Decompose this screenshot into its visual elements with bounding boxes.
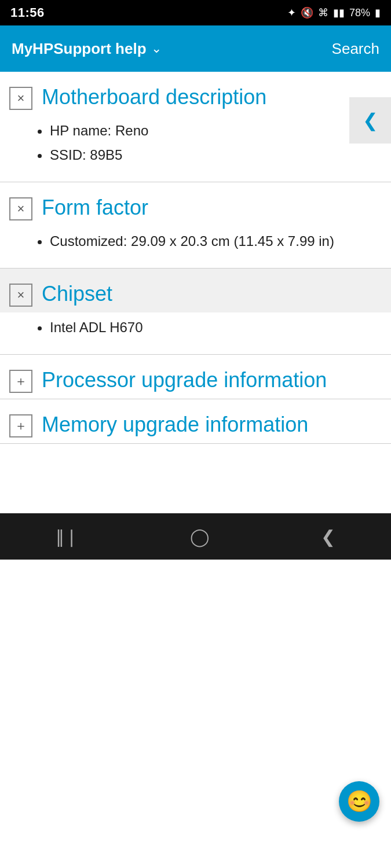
section-chipset-body: Intel ADL H670 xyxy=(0,312,391,354)
wifi-icon: ⌘ xyxy=(318,6,328,19)
search-button[interactable]: Search xyxy=(332,40,379,58)
section-processor-upgrade-header: ＋ Processor upgrade information xyxy=(0,355,391,399)
chat-icon: 😊 xyxy=(346,789,372,814)
section-chipset: × Chipset Intel ADL H670 xyxy=(0,269,391,355)
toggle-processor-upgrade-button[interactable]: ＋ xyxy=(9,370,32,393)
section-memory-upgrade-header: ＋ Memory upgrade information xyxy=(0,399,391,443)
status-icons: ✦ 🔇 ⌘ ▮▮ 78% ▮ xyxy=(287,6,381,19)
section-form-factor-header: × Form factor xyxy=(0,182,391,226)
back-button[interactable]: ❮ xyxy=(349,97,391,144)
battery-icon: ▮ xyxy=(375,6,381,19)
nav-back-button[interactable]: ❮ xyxy=(321,527,335,547)
section-form-factor-body: Customized: 29.09 x 20.3 cm (11.45 x 7.9… xyxy=(0,226,391,268)
toggle-chipset-button[interactable]: × xyxy=(9,284,32,307)
toggle-memory-upgrade-button[interactable]: ＋ xyxy=(9,414,32,437)
toggle-form-factor-button[interactable]: × xyxy=(9,197,32,220)
section-motherboard: × Motherboard description HP name: Reno … xyxy=(0,72,391,182)
signal-icon: ▮▮ xyxy=(333,6,345,19)
section-chipset-title: Chipset xyxy=(42,281,112,306)
section-memory-upgrade-title: Memory upgrade information xyxy=(42,412,308,437)
list-item: Intel ADL H670 xyxy=(50,317,379,338)
section-memory-upgrade: ＋ Memory upgrade information xyxy=(0,399,391,444)
section-form-factor-title: Form factor xyxy=(42,195,148,220)
section-motherboard-title: Motherboard description xyxy=(42,84,266,109)
list-item: HP name: Reno xyxy=(50,120,379,141)
bluetooth-icon: ✦ xyxy=(287,6,296,19)
mute-icon: 🔇 xyxy=(301,6,313,19)
list-item: SSID: 89B5 xyxy=(50,145,379,165)
form-factor-list: Customized: 29.09 x 20.3 cm (11.45 x 7.9… xyxy=(44,231,379,252)
toggle-motherboard-button[interactable]: × xyxy=(9,87,32,110)
main-content: × Motherboard description HP name: Reno … xyxy=(0,72,391,513)
motherboard-list: HP name: Reno SSID: 89B5 xyxy=(44,120,379,165)
header: MyHPSupport help ⌄ Search xyxy=(0,25,391,72)
header-title-area: MyHPSupport help ⌄ xyxy=(12,40,162,58)
nav-menu-button[interactable]: ‖❘ xyxy=(56,527,79,547)
battery-level: 78% xyxy=(349,7,370,19)
section-chipset-header: × Chipset xyxy=(0,269,391,312)
back-chevron-icon: ❮ xyxy=(363,109,378,131)
app-title: MyHPSupport help xyxy=(12,40,147,58)
section-form-factor: × Form factor Customized: 29.09 x 20.3 c… xyxy=(0,182,391,269)
section-motherboard-body: HP name: Reno SSID: 89B5 xyxy=(0,116,391,182)
section-processor-upgrade-title: Processor upgrade information xyxy=(42,367,327,392)
header-chevron-icon[interactable]: ⌄ xyxy=(151,41,162,56)
chat-button[interactable]: 😊 xyxy=(339,781,379,822)
list-item: Customized: 29.09 x 20.3 cm (11.45 x 7.9… xyxy=(50,231,379,252)
section-processor-upgrade: ＋ Processor upgrade information xyxy=(0,355,391,399)
status-bar: 11:56 ✦ 🔇 ⌘ ▮▮ 78% ▮ xyxy=(0,0,391,25)
nav-bar: ‖❘ ◯ ❮ xyxy=(0,513,391,560)
section-motherboard-header: × Motherboard description xyxy=(0,72,391,116)
status-time: 11:56 xyxy=(10,5,45,20)
chipset-list: Intel ADL H670 xyxy=(44,317,379,338)
nav-home-button[interactable]: ◯ xyxy=(190,527,210,547)
